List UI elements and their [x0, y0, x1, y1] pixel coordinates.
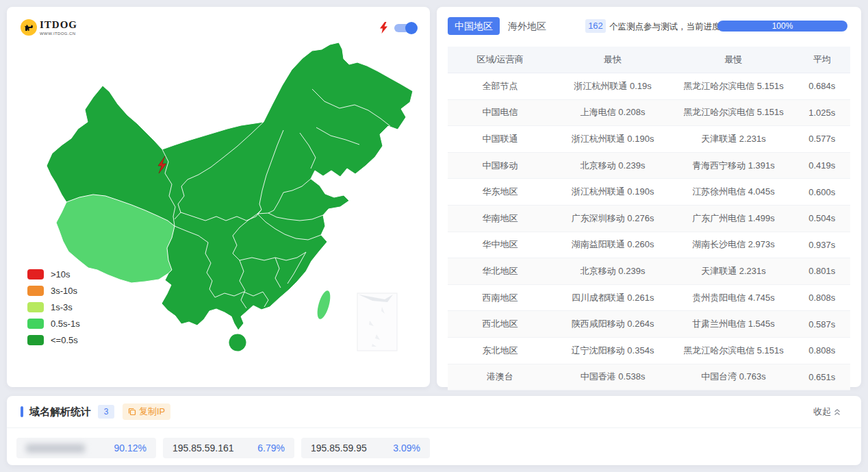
col-fastest: 最快	[552, 53, 673, 66]
cell-region: 华中地区	[448, 238, 552, 251]
lightning-icon	[379, 22, 388, 34]
cell-average: 0.808s	[794, 345, 850, 356]
table-row: 中国联通浙江杭州联通 0.190s天津联通 2.231s0.577s	[448, 126, 850, 153]
cell-average: 0.600s	[794, 187, 850, 197]
cell-fastest: 中国香港 0.538s	[552, 371, 673, 383]
speed-toggle-group	[379, 22, 415, 34]
cell-slowest: 甘肃兰州电信 1.545s	[673, 318, 793, 330]
cell-fastest: 辽宁沈阳移动 0.354s	[552, 345, 673, 357]
copy-ip-button[interactable]: 复制IP	[123, 403, 170, 420]
cell-fastest: 广东深圳移动 0.276s	[552, 212, 673, 225]
south-china-sea-inset	[357, 293, 397, 351]
dns-header: 域名解析统计 3 复制IP 收起	[7, 396, 861, 428]
table-row: 中国电信上海电信 0.208s黑龙江哈尔滨电信 5.151s1.025s	[448, 100, 850, 127]
legend-item: 0.5s-1s	[27, 316, 80, 332]
result-header: 中国地区 海外地区 162 个监测点参与测试，当前进度： 100%	[437, 7, 861, 47]
cell-region: 西南地区	[448, 292, 552, 304]
cell-average: 0.808s	[794, 293, 850, 303]
legend-label: 3s-10s	[51, 286, 77, 296]
itdog-ping-page: ITDOG WWW.ITDOG.CN >10s 3s-10s 1s-3s 0.5…	[0, 0, 868, 472]
table-row: 西北地区陕西咸阳移动 0.264s甘肃兰州电信 1.545s0.587s	[448, 311, 850, 338]
table-row: 华东地区浙江杭州联通 0.190s江苏徐州电信 4.045s0.600s	[448, 179, 850, 206]
dns-ip-list: 90.12% 195.85.59.161 6.79% 195.85.59.95 …	[16, 438, 430, 458]
itdog-dog-icon	[21, 19, 37, 36]
copy-icon	[128, 408, 136, 416]
dns-ip-item: 195.85.59.95 3.09%	[301, 438, 430, 458]
cell-fastest: 湖南益阳联通 0.260s	[552, 238, 673, 251]
cell-average: 0.651s	[794, 372, 850, 382]
cell-average: 0.419s	[794, 160, 850, 171]
table-row: 华中地区湖南益阳联通 0.260s湖南长沙电信 2.973s0.937s	[448, 232, 850, 259]
logo-subtitle: WWW.ITDOG.CN	[40, 32, 77, 36]
cell-slowest: 青海西宁移动 1.391s	[673, 160, 793, 172]
ip-percent: 3.09%	[393, 443, 420, 454]
legend-item: >10s	[27, 266, 80, 282]
cell-fastest: 浙江杭州联通 0.19s	[552, 80, 673, 92]
chevron-up-double-icon	[834, 408, 841, 416]
switch-knob	[405, 22, 418, 34]
cell-fastest: 浙江杭州联通 0.190s	[552, 186, 673, 198]
cell-average: 0.577s	[794, 134, 850, 144]
cell-slowest: 黑龙江哈尔滨电信 5.151s	[673, 80, 793, 92]
cell-average: 0.587s	[794, 319, 850, 330]
tab-china-region[interactable]: 中国地区	[448, 17, 500, 35]
table-row: 华南地区广东深圳移动 0.276s广东广州电信 1.499s0.504s	[448, 206, 850, 232]
legend-swatch	[27, 319, 44, 329]
province-hainan[interactable]	[226, 331, 249, 354]
result-table: 区域/运营商 最快 最慢 平均 全部节点浙江杭州联通 0.19s黑龙江哈尔滨电信…	[448, 47, 850, 390]
table-row: 华北地区北京移动 0.239s天津联通 2.231s0.801s	[448, 258, 850, 285]
cell-region: 中国联通	[448, 133, 552, 145]
collapse-toggle[interactable]: 收起	[813, 396, 841, 427]
cell-region: 东北地区	[448, 345, 552, 357]
legend-swatch	[27, 335, 44, 345]
legend-label: 0.5s-1s	[51, 319, 80, 329]
cell-slowest: 广东广州电信 1.499s	[673, 212, 793, 225]
legend-swatch	[27, 286, 44, 296]
table-row: 东北地区辽宁沈阳移动 0.354s黑龙江哈尔滨电信 5.151s0.808s	[448, 338, 850, 364]
monitor-text: 个监测点参与测试，当前进度：	[609, 21, 729, 33]
result-panel: 中国地区 海外地区 162 个监测点参与测试，当前进度： 100% 区域/运营商…	[437, 7, 861, 387]
cell-average: 0.684s	[794, 81, 850, 91]
cell-slowest: 天津联通 2.231s	[673, 265, 793, 277]
cell-average: 0.801s	[794, 266, 850, 276]
cell-average: 1.025s	[794, 108, 850, 118]
title-accent-bar	[21, 406, 23, 417]
legend-item: <=0.5s	[27, 332, 80, 349]
legend-label: >10s	[51, 269, 71, 280]
map-panel: ITDOG WWW.ITDOG.CN >10s 3s-10s 1s-3s 0.5…	[7, 7, 430, 387]
china-mainland-shape[interactable]	[47, 42, 413, 330]
progress-bar: 100%	[717, 21, 847, 32]
legend-item: 3s-10s	[27, 282, 80, 299]
province-taiwan[interactable]	[315, 289, 333, 320]
tab-overseas-region[interactable]: 海外地区	[507, 17, 548, 35]
table-row: 中国移动北京移动 0.239s青海西宁移动 1.391s0.419s	[448, 153, 850, 179]
table-row: 港澳台中国香港 0.538s中国台湾 0.763s0.651s	[448, 364, 850, 391]
col-slowest: 最慢	[673, 53, 793, 66]
table-row: 全部节点浙江杭州联通 0.19s黑龙江哈尔滨电信 5.151s0.684s	[448, 73, 850, 100]
dns-title: 域名解析统计	[29, 406, 91, 419]
legend-swatch	[27, 269, 44, 280]
table-row: 西南地区四川成都联通 0.261s贵州贵阳电信 4.745s0.808s	[448, 285, 850, 312]
cell-region: 中国移动	[448, 160, 552, 172]
table-body: 全部节点浙江杭州联通 0.19s黑龙江哈尔滨电信 5.151s0.684s 中国…	[448, 73, 850, 390]
cell-region: 全部节点	[448, 80, 552, 92]
speed-switch[interactable]	[394, 24, 415, 32]
cell-slowest: 中国台湾 0.763s	[673, 371, 793, 383]
ip-address: 195.85.59.161	[173, 443, 234, 454]
col-average: 平均	[794, 53, 850, 66]
table-header: 区域/运营商 最快 最慢 平均	[448, 47, 850, 73]
cell-region: 西北地区	[448, 318, 552, 330]
dns-panel: 域名解析统计 3 复制IP 收起 90.12% 195.85.59.161 6.…	[7, 396, 861, 465]
cell-fastest: 北京移动 0.239s	[552, 160, 673, 172]
cell-fastest: 北京移动 0.239s	[552, 265, 673, 277]
cell-slowest: 黑龙江哈尔滨电信 5.151s	[673, 106, 793, 119]
cell-region: 华北地区	[448, 265, 552, 277]
cell-fastest: 上海电信 0.208s	[552, 106, 673, 119]
redacted-ip	[26, 444, 85, 453]
cell-region: 华南地区	[448, 212, 552, 225]
dns-count-badge: 3	[98, 405, 114, 419]
cell-slowest: 贵州贵阳电信 4.745s	[673, 292, 793, 304]
cell-region: 港澳台	[448, 371, 552, 383]
itdog-logo: ITDOG WWW.ITDOG.CN	[21, 19, 77, 36]
legend-swatch	[27, 302, 44, 312]
